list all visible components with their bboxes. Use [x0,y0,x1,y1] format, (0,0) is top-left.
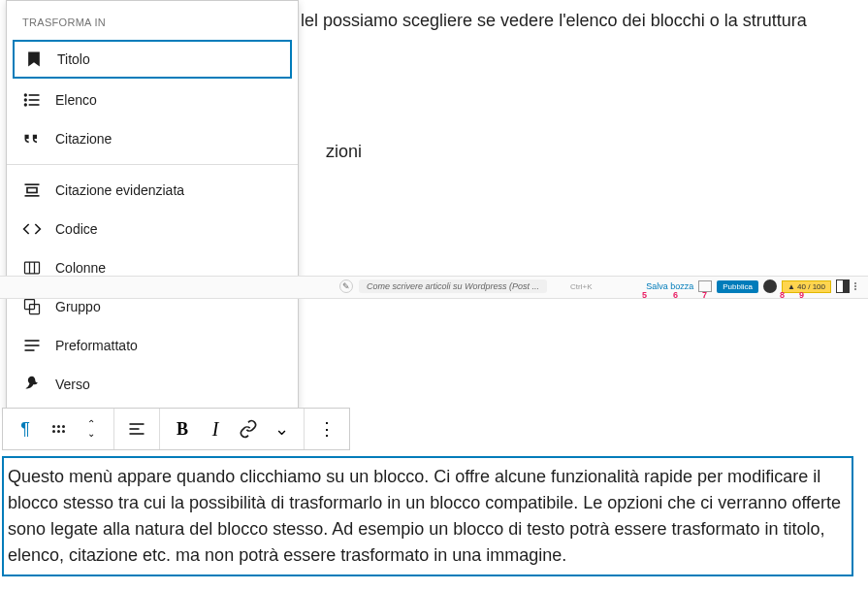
transform-item-citazione-evidenziata[interactable]: Citazione evidenziata [7,171,298,210]
background-text-line2: zioni [326,139,362,165]
svg-point-5 [25,104,27,106]
align-button[interactable] [120,409,153,449]
svg-point-3 [25,94,27,96]
dropdown-divider [7,164,298,165]
svg-rect-7 [27,188,37,193]
selected-paragraph-block[interactable]: Questo menù appare quando clicchiamo su … [2,456,853,576]
save-draft-button[interactable]: Salva bozza [646,281,693,291]
block-mover[interactable]: ⌃⌄ [75,409,108,449]
italic-button[interactable]: I [199,409,232,449]
quote-icon [22,129,42,148]
settings-panel-toggle[interactable] [836,279,850,293]
shortcut-hint: Ctrl+K [570,282,592,291]
transform-item-label: Citazione [55,131,112,147]
more-options-icon[interactable] [854,282,856,290]
pullquote-icon [22,181,42,200]
group-icon [22,297,42,316]
annotation-8: 8 [780,290,785,300]
block-options-button[interactable]: ⋮ [310,409,343,449]
svg-point-4 [25,99,27,101]
transform-item-label: Gruppo [55,299,101,314]
globe-icon[interactable] [763,279,777,293]
transform-item-codice[interactable]: Codice [7,210,298,248]
transform-item-titolo[interactable]: Titolo [13,40,292,79]
transform-item-label: Elenco [55,92,97,108]
transform-item-label: Preformattato [55,338,138,353]
columns-icon [22,258,42,278]
verse-icon [22,375,42,394]
transform-item-citazione[interactable]: Citazione [7,119,298,158]
document-title[interactable]: Come scrivere articoli su Wordpress (Pos… [359,279,547,293]
yoast-score[interactable]: ▲ 40 / 100 [782,280,831,293]
transform-item-label: Colonne [55,260,106,276]
more-formatting-button[interactable]: ⌄ [265,409,298,449]
block-type-button[interactable]: ¶ [9,409,42,449]
annotation-7: 7 [702,290,707,300]
bold-button[interactable]: B [166,409,199,449]
topbar-status-icon: ✎ [339,279,353,293]
annotation-6: 6 [673,290,678,300]
background-text-line1: lel possiamo scegliere se vedere l'elenc… [301,8,807,34]
topbar-center: ✎ Come scrivere articoli su Wordpress (P… [339,279,593,293]
transform-item-label: Citazione evidenziata [55,182,184,198]
editor-topbar: ✎ Come scrivere articoli su Wordpress (P… [0,276,868,299]
preformatted-icon [22,336,42,355]
transform-dropdown: TRASFORMA IN Titolo Elenco Citazione Cit… [6,0,299,412]
code-icon [22,219,42,239]
transform-item-elenco[interactable]: Elenco [7,81,298,119]
transform-item-verso[interactable]: Verso [7,365,298,404]
drag-handle[interactable] [42,409,75,449]
list-icon [22,90,42,110]
transform-item-label: Titolo [57,51,90,67]
transform-item-label: Verso [55,377,90,392]
dropdown-header: TRASFORMA IN [7,9,298,38]
transform-item-preformattato[interactable]: Preformattato [7,326,298,365]
bookmark-icon [24,49,44,69]
annotation-5: 5 [642,290,647,300]
publish-button[interactable]: Pubblica [717,280,758,293]
annotation-9: 9 [799,290,804,300]
block-toolbar: ¶ ⌃⌄ B I ⌄ ⋮ [2,408,350,450]
transform-item-label: Codice [55,221,98,237]
svg-rect-9 [25,262,40,274]
link-button[interactable] [232,409,265,449]
